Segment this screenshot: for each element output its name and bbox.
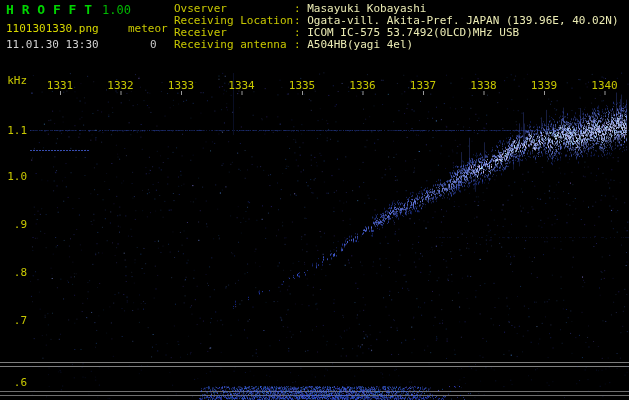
time-row: 11.01.30 13:30 0 bbox=[6, 38, 168, 51]
meteor-counter-label: meteor bbox=[128, 22, 168, 35]
app-version: 1.00 bbox=[102, 3, 131, 17]
info-value: A504HB(yagi 4el) bbox=[307, 39, 413, 51]
file-row: 1101301330.png meteor bbox=[6, 22, 168, 35]
timestamp: 11.01.30 13:30 bbox=[6, 38, 128, 51]
info-row-antenna: Receiving antenna: A504HB(yagi 4el) bbox=[174, 39, 619, 51]
info-label: Receiving Location bbox=[174, 15, 294, 27]
info-label: Ovserver bbox=[174, 3, 294, 15]
meteor-counter-value: 0 bbox=[128, 38, 157, 51]
info-label: Receiving antenna bbox=[174, 39, 294, 51]
observation-info: Ovserver: Masayuki Kobayashi Receiving L… bbox=[174, 3, 619, 51]
app-title: H R O F F T bbox=[6, 2, 92, 17]
info-label: Receiver bbox=[174, 27, 294, 39]
header-left: H R O F F T 1.00 1101301330.png meteor 1… bbox=[6, 2, 168, 51]
hrofft-output-image: H R O F F T 1.00 1101301330.png meteor 1… bbox=[0, 0, 629, 400]
info-separator: : bbox=[294, 39, 307, 51]
title-row: H R O F F T 1.00 bbox=[6, 2, 168, 19]
spectrogram-canvas bbox=[0, 0, 629, 400]
output-filename: 1101301330.png bbox=[6, 22, 128, 35]
